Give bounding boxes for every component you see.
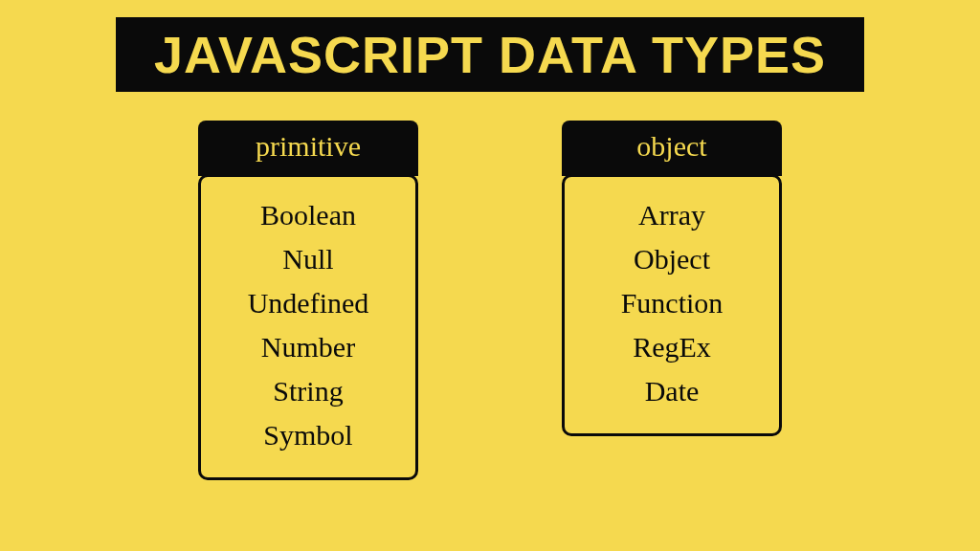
- list-item: Array: [638, 198, 705, 232]
- list-item: RegEx: [633, 330, 711, 364]
- column-body-object: Array Object Function RegEx Date: [562, 174, 782, 436]
- list-item: Number: [261, 330, 355, 364]
- column-object: object Array Object Function RegEx Date: [562, 121, 782, 480]
- list-item: Symbol: [263, 418, 352, 452]
- list-item: String: [273, 374, 343, 408]
- column-header-primitive: primitive: [198, 121, 418, 176]
- list-item: Function: [621, 286, 724, 320]
- list-item: Null: [282, 242, 333, 276]
- column-header-object: object: [562, 121, 782, 176]
- columns-container: primitive Boolean Null Undefined Number …: [0, 121, 980, 480]
- page-title: JAVASCRIPT DATA TYPES: [116, 17, 864, 92]
- column-primitive: primitive Boolean Null Undefined Number …: [198, 121, 418, 480]
- list-item: Undefined: [248, 286, 369, 320]
- list-item: Date: [645, 374, 700, 408]
- column-body-primitive: Boolean Null Undefined Number String Sym…: [198, 174, 418, 480]
- list-item: Boolean: [260, 198, 356, 232]
- list-item: Object: [634, 242, 710, 276]
